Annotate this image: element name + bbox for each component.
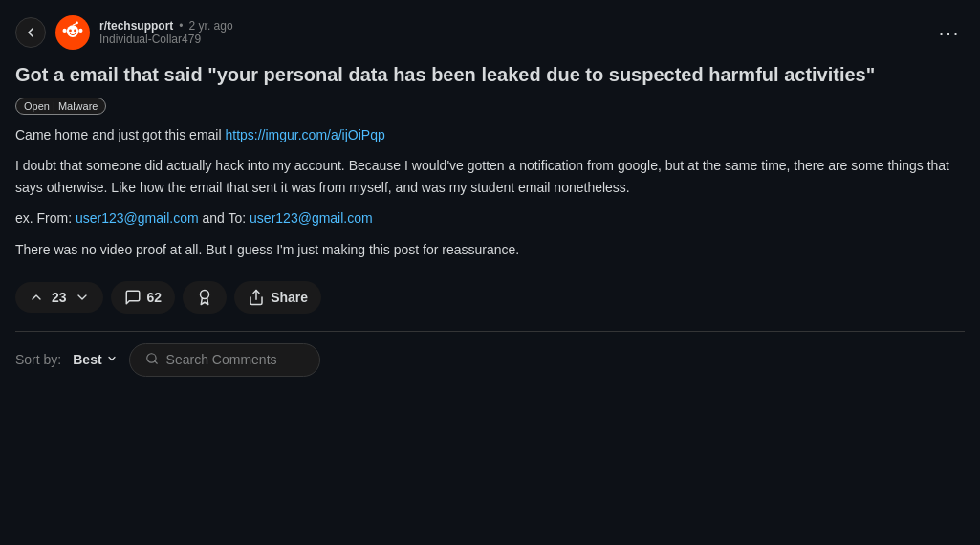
svg-point-5 — [76, 22, 78, 25]
award-button[interactable] — [183, 281, 227, 314]
share-button[interactable]: Share — [234, 281, 321, 314]
sort-value: Best — [73, 352, 101, 367]
search-icon — [145, 352, 159, 368]
vote-button[interactable]: 23 — [15, 282, 103, 313]
post-actions: 23 62 — [15, 270, 965, 325]
award-icon — [196, 289, 213, 306]
svg-point-2 — [69, 30, 72, 33]
meta-separator: • — [179, 19, 183, 33]
search-comments-input[interactable]: Search Comments — [129, 343, 320, 377]
more-options-button[interactable]: ··· — [934, 17, 965, 48]
body-paragraph-2: I doubt that someone did actually hack i… — [15, 155, 965, 198]
post-title: Got a email that said "your personal dat… — [15, 61, 965, 88]
imgur-link[interactable]: https://imgur.com/a/ijOiPqp — [225, 127, 384, 142]
share-icon — [248, 289, 265, 306]
post-meta: r/techsupport • 2 yr. ago Individual-Col… — [99, 19, 925, 46]
sort-dropdown[interactable]: Best — [73, 352, 117, 367]
post-meta-top: r/techsupport • 2 yr. ago — [99, 19, 925, 33]
downvote-icon — [75, 290, 90, 305]
post-container: r/techsupport • 2 yr. ago Individual-Col… — [0, 0, 980, 392]
sort-label: Sort by: — [15, 352, 61, 367]
search-placeholder: Search Comments — [166, 352, 277, 367]
vote-count: 23 — [52, 290, 67, 305]
svg-line-11 — [154, 361, 157, 364]
svg-point-3 — [74, 30, 76, 33]
post-age: 2 yr. ago — [189, 19, 233, 33]
post-body: Came home and just got this email https:… — [15, 124, 965, 260]
body-paragraph-3: ex. From: user123@gmail.com and To: user… — [15, 207, 965, 229]
body-paragraph-1: Came home and just got this email https:… — [15, 124, 965, 145]
svg-point-7 — [78, 29, 82, 33]
upvote-icon — [29, 290, 44, 305]
email-link-from[interactable]: user123@gmail.com — [76, 210, 199, 226]
svg-point-6 — [63, 29, 67, 33]
share-label: Share — [271, 290, 308, 305]
sort-bar: Sort by: Best Search Comments — [15, 332, 965, 392]
post-header: r/techsupport • 2 yr. ago Individual-Col… — [15, 15, 965, 50]
flair-tag[interactable]: Open | Malware — [15, 98, 106, 115]
post-author[interactable]: Individual-Collar479 — [99, 33, 925, 46]
body-paragraph-4: There was no video proof at all. But I g… — [15, 239, 965, 260]
comment-icon — [124, 289, 142, 306]
subreddit-name[interactable]: r/techsupport — [99, 19, 173, 33]
avatar — [55, 15, 90, 50]
back-button[interactable] — [15, 17, 46, 48]
email-link-to[interactable]: user123@gmail.com — [250, 210, 373, 226]
chevron-down-icon — [106, 352, 118, 367]
comments-button[interactable]: 62 — [111, 281, 176, 314]
comment-count: 62 — [147, 290, 163, 305]
